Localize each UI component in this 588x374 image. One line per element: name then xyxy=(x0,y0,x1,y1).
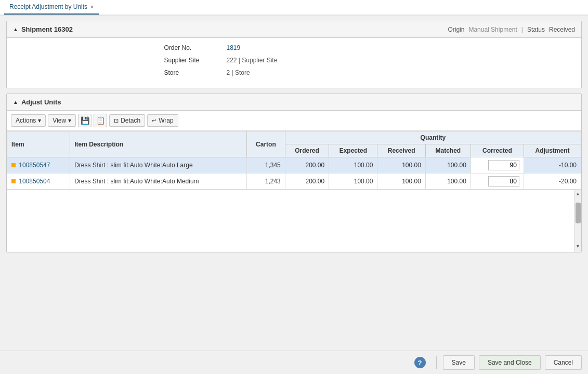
wrap-icon: ↵ xyxy=(152,117,156,124)
adjust-units-grid: Item Item Description Carton Quantity Or… xyxy=(7,131,581,252)
save-button[interactable]: Save xyxy=(443,355,475,370)
cell-corrected[interactable] xyxy=(471,173,524,190)
cell-received: 100.00 xyxy=(377,157,425,173)
cell-description: Dress Shirt : slim fit:Auto White:Auto M… xyxy=(70,173,247,190)
cell-carton: 1,243 xyxy=(247,173,285,190)
detach-button[interactable]: ⊡ Detach xyxy=(109,114,145,127)
page-footer: ? Save Save and Close Cancel xyxy=(0,351,588,374)
shipment-meta: Origin Manual Shipment | Status Received xyxy=(448,26,575,33)
adjust-toolbar: Actions ▾ View ▾ 💾 📋 ⊡ Detach ↵ Wrap xyxy=(7,111,581,131)
status-label: Status xyxy=(527,26,545,33)
origin-value: Manual Shipment xyxy=(468,26,517,33)
cell-received: 100.00 xyxy=(377,173,425,190)
col-header-ordered: Ordered xyxy=(285,144,329,157)
col-header-received: Received xyxy=(377,144,425,157)
corrected-input[interactable] xyxy=(488,160,519,170)
item-id-value: 100850547 xyxy=(19,162,50,169)
shipment-section-header: ▲ Shipment 16302 Origin Manual Shipment … xyxy=(7,21,581,38)
shipment-title: ▲ Shipment 16302 xyxy=(13,25,73,33)
status-value: Received xyxy=(549,26,575,33)
col-header-corrected: Corrected xyxy=(471,144,524,157)
order-no-value: 1819 xyxy=(227,44,241,51)
wrap-button[interactable]: ↵ Wrap xyxy=(147,114,178,127)
col-header-quantity-group: Quantity xyxy=(285,131,581,144)
vertical-scrollbar[interactable]: ▲ ▼ xyxy=(574,190,581,252)
adjust-table: Item Item Description Carton Quantity Or… xyxy=(7,131,581,190)
cell-ordered: 200.00 xyxy=(285,157,329,173)
meta-separator: | xyxy=(521,26,523,33)
store-row: Store 2 | Store xyxy=(164,69,424,76)
view-button[interactable]: View ▾ xyxy=(48,114,76,127)
save-row-icon: 💾 xyxy=(81,116,89,125)
cell-ordered: 200.00 xyxy=(285,173,329,190)
add-row-icon: 📋 xyxy=(96,116,105,125)
cancel-button[interactable]: Cancel xyxy=(545,355,582,370)
cell-adjustment: -20.00 xyxy=(524,173,581,190)
cell-description: Dress Shirt : slim fit:Auto White:Auto L… xyxy=(70,157,247,173)
cell-expected: 100.00 xyxy=(329,157,377,173)
actions-label: Actions xyxy=(16,117,36,124)
store-value: 2 | Store xyxy=(227,69,250,76)
table-row[interactable]: 100850547 Dress Shirt : slim fit:Auto Wh… xyxy=(7,157,581,173)
adjust-units-header: ▲ Adjust Units xyxy=(7,94,581,111)
table-row[interactable]: 100850504 Dress Shirt : slim fit:Auto Wh… xyxy=(7,173,581,190)
col-header-expected: Expected xyxy=(329,144,377,157)
scroll-thumb[interactable] xyxy=(576,203,581,223)
col-header-description: Item Description xyxy=(70,131,247,157)
order-no-label: Order No. xyxy=(164,44,227,51)
row-indicator-icon xyxy=(11,163,16,167)
col-header-matched: Matched xyxy=(425,144,471,157)
grid-scroll[interactable]: Item Item Description Carton Quantity Or… xyxy=(7,131,581,190)
page-content: ▲ Shipment 16302 Origin Manual Shipment … xyxy=(0,16,588,374)
view-label: View xyxy=(53,117,66,124)
save-row-icon-button[interactable]: 💾 xyxy=(78,114,92,127)
save-close-button[interactable]: Save and Close xyxy=(479,355,541,370)
tab-receipt-adjustment[interactable]: Receipt Adjustment by Units × xyxy=(4,0,99,15)
shipment-body: Order No. 1819 Supplier Site 222 | Suppl… xyxy=(7,38,581,88)
cell-item-id: 100850547 xyxy=(7,157,70,173)
detach-icon: ⊡ xyxy=(114,117,119,124)
col-header-item: Item xyxy=(7,131,70,157)
cell-item-id: 100850504 xyxy=(7,173,70,190)
adjust-units-title: Adjust Units xyxy=(21,98,61,106)
cell-expected: 100.00 xyxy=(329,173,377,190)
collapse-icon[interactable]: ▲ xyxy=(13,26,18,32)
cell-corrected[interactable] xyxy=(471,157,524,173)
shipment-details: Order No. 1819 Supplier Site 222 | Suppl… xyxy=(164,44,424,82)
cell-matched: 100.00 xyxy=(425,173,471,190)
col-header-carton: Carton xyxy=(247,131,285,157)
supplier-site-row: Supplier Site 222 | Supplier Site xyxy=(164,57,424,64)
add-row-icon-button[interactable]: 📋 xyxy=(94,114,107,127)
tab-label: Receipt Adjustment by Units xyxy=(9,3,87,10)
cell-matched: 100.00 xyxy=(425,157,471,173)
scroll-down-arrow[interactable]: ▼ xyxy=(574,243,581,250)
cell-carton: 1,345 xyxy=(247,157,285,173)
adjust-units-section: ▲ Adjust Units Actions ▾ View ▾ 💾 📋 ⊡ De… xyxy=(6,94,582,252)
origin-label: Origin xyxy=(448,26,464,33)
detach-label: Detach xyxy=(121,117,140,124)
help-button[interactable]: ? xyxy=(414,357,426,368)
shipment-title-text: Shipment 16302 xyxy=(21,25,73,33)
adjust-collapse-icon[interactable]: ▲ xyxy=(13,99,18,105)
row-indicator-icon xyxy=(11,179,16,183)
tab-bar: Receipt Adjustment by Units × xyxy=(0,0,588,16)
shipment-section: ▲ Shipment 16302 Origin Manual Shipment … xyxy=(6,21,582,88)
item-id-value: 100850504 xyxy=(19,178,50,185)
actions-chevron-icon: ▾ xyxy=(38,117,41,124)
actions-button[interactable]: Actions ▾ xyxy=(11,114,46,127)
view-chevron-icon: ▾ xyxy=(68,117,71,124)
wrap-label: Wrap xyxy=(159,117,173,124)
supplier-site-label: Supplier Site xyxy=(164,57,227,64)
store-label: Store xyxy=(164,69,227,76)
tab-close-button[interactable]: × xyxy=(90,4,94,10)
supplier-site-value: 222 | Supplier Site xyxy=(227,57,278,64)
corrected-input[interactable] xyxy=(488,176,519,186)
scroll-up-arrow[interactable]: ▲ xyxy=(574,190,581,197)
order-no-row: Order No. 1819 xyxy=(164,44,424,51)
footer-separator xyxy=(436,356,437,369)
col-header-adjustment: Adjustment xyxy=(524,144,581,157)
cell-adjustment: -10.00 xyxy=(524,157,581,173)
